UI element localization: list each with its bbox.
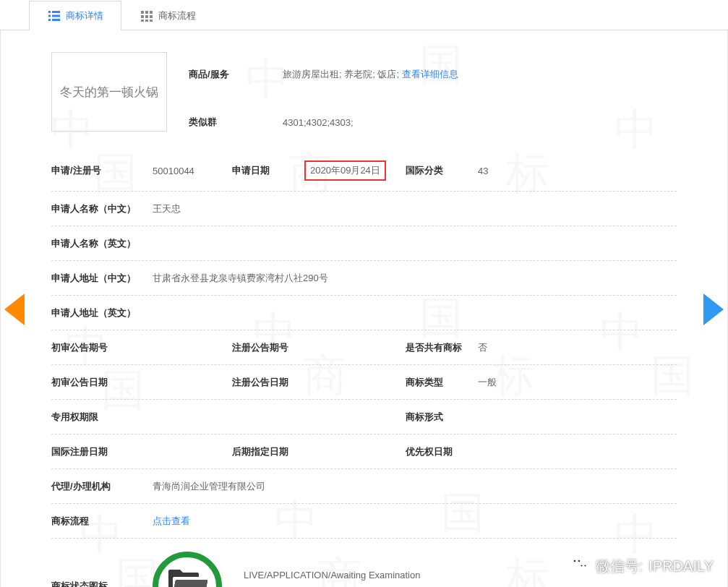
svg-rect-6	[141, 11, 144, 14]
later-designate-date-label: 后期指定日期	[232, 445, 304, 458]
goods-services-label: 商品/服务	[189, 68, 283, 81]
agency-label: 代理/办理机构	[51, 480, 153, 493]
svg-rect-3	[52, 15, 60, 17]
reg-no-value: 50010044	[153, 166, 232, 176]
next-arrow[interactable]	[703, 294, 724, 325]
svg-rect-2	[48, 15, 51, 17]
svg-rect-12	[141, 20, 144, 22]
svg-rect-0	[48, 11, 51, 13]
wechat-icon	[570, 556, 590, 577]
applicant-name-en-label: 申请人名称（英文）	[51, 237, 153, 250]
applicant-addr-cn-label: 申请人地址（中文）	[51, 272, 153, 285]
tab-detail[interactable]: 商标详情	[29, 1, 121, 30]
tab-bar: 商标详情 商标流程	[0, 0, 728, 30]
svg-rect-11	[150, 15, 153, 18]
applicant-addr-en-label: 申请人地址（英文）	[51, 307, 153, 320]
svg-rect-10	[145, 15, 148, 18]
svg-rect-1	[52, 11, 60, 13]
reg-notice-date-label: 注册公告日期	[232, 376, 304, 389]
tm-type-value: 一般	[478, 376, 677, 389]
tab-detail-label: 商标详情	[66, 9, 103, 22]
svg-point-20	[584, 565, 586, 566]
svg-point-18	[578, 560, 580, 562]
tm-type-label: 商标类型	[406, 376, 478, 389]
svg-point-16	[578, 562, 589, 572]
process-label: 商标流程	[51, 515, 153, 528]
applicant-addr-cn-value: 甘肃省永登县龙泉寺镇费家湾村八社290号	[153, 272, 677, 285]
wechat-watermark: 微信号: IPRDAILY	[570, 556, 714, 577]
prelim-notice-date-label: 初审公告日期	[51, 376, 153, 389]
svg-rect-13	[145, 20, 148, 22]
intl-reg-date-label: 国际注册日期	[51, 445, 153, 458]
applicant-name-cn-label: 申请人名称（中文）	[51, 202, 153, 215]
svg-rect-14	[150, 20, 153, 22]
svg-point-17	[573, 560, 575, 562]
applicant-name-cn-value: 王天忠	[153, 202, 677, 215]
tm-form-label: 商标形式	[406, 411, 478, 424]
intl-class-value: 43	[478, 166, 677, 176]
prev-arrow[interactable]	[4, 294, 25, 325]
svg-rect-8	[150, 11, 153, 14]
wechat-label: 微信号:	[596, 557, 643, 576]
app-date-label: 申请日期	[232, 164, 304, 177]
tab-process[interactable]: 商标流程	[121, 1, 214, 30]
svg-rect-7	[145, 11, 148, 14]
intl-class-label: 国际分类	[406, 164, 478, 177]
similar-group-label: 类似群	[189, 116, 283, 129]
svg-point-19	[581, 565, 582, 566]
svg-rect-5	[52, 19, 60, 21]
view-more-link[interactable]: 查看详细信息	[402, 69, 458, 80]
svg-rect-9	[141, 15, 144, 18]
process-link[interactable]: 点击查看	[153, 515, 190, 526]
priority-date-label: 优先权日期	[406, 445, 478, 458]
prelim-notice-no-label: 初审公告期号	[51, 341, 153, 354]
status-line1: LIVE/APPLICATION/Awaiting Examination	[244, 564, 420, 586]
list-detail-icon	[47, 9, 61, 23]
status-folder-icon	[153, 552, 222, 587]
goods-services-value: 旅游房屋出租; 养老院; 饭店;	[283, 69, 402, 80]
exclusive-term-label: 专用权期限	[51, 411, 153, 424]
row-regno-date-class: 申请/注册号 50010044 申请日期 2020年09月24日 国际分类 43	[51, 150, 677, 192]
wechat-id: IPRDAILY	[648, 558, 714, 575]
agency-value: 青海尚润企业管理有限公司	[153, 480, 677, 493]
detail-panel: 冬天的第一顿火锅 商品/服务 旅游房屋出租; 养老院; 饭店; 查看详细信息 类…	[0, 30, 728, 587]
flow-icon	[140, 9, 154, 23]
tab-process-label: 商标流程	[158, 9, 196, 22]
app-date-value: 2020年09月24日	[304, 160, 406, 181]
similar-group-value: 4301;4302;4303;	[283, 117, 354, 128]
shared-value: 否	[478, 341, 677, 354]
svg-rect-4	[48, 19, 51, 21]
trademark-name: 冬天的第一顿火锅	[60, 84, 158, 100]
trademark-image-box: 冬天的第一顿火锅	[51, 52, 167, 132]
shared-label: 是否共有商标	[406, 341, 478, 354]
reg-no-label: 申请/注册号	[51, 164, 153, 177]
reg-notice-no-label: 注册公告期号	[232, 341, 304, 354]
status-label: 商标状态图标	[51, 580, 153, 587]
